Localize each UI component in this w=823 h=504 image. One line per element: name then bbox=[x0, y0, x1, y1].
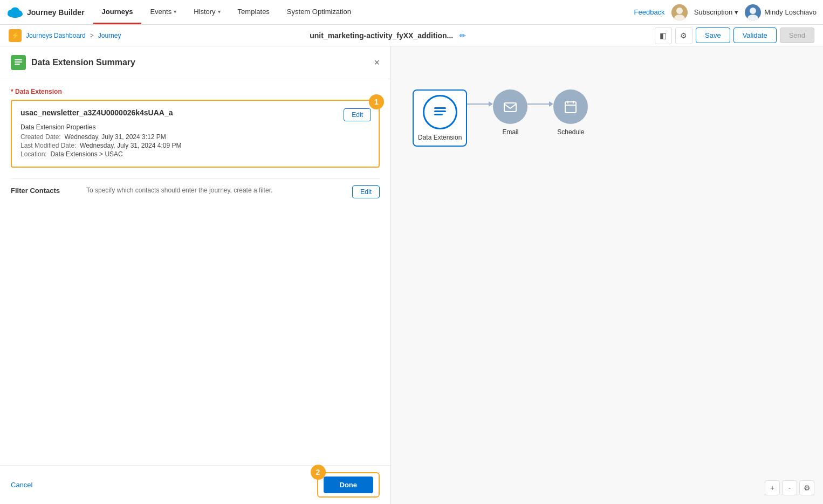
props-title: Data Extension Properties bbox=[20, 123, 370, 131]
modified-date-row: Last Modified Date: Wednesday, July 31, … bbox=[20, 142, 370, 149]
filter-contacts-section: Filter Contacts To specify which contact… bbox=[11, 178, 380, 205]
nav-tabs: Journeys Events ▾ History ▾ Templates Sy… bbox=[93, 0, 360, 24]
zoom-in-button[interactable]: + bbox=[765, 480, 780, 495]
zoom-out-button[interactable]: - bbox=[782, 480, 797, 495]
header-actions: ◧ ⚙ Save Validate Send bbox=[655, 27, 814, 44]
panel-header: Data Extension Summary × bbox=[0, 46, 390, 79]
panel-body: Data Extension 1 usac_newsletter_a3Z4U00… bbox=[0, 79, 390, 465]
node-label-data-extension: Data Extension bbox=[418, 134, 462, 141]
nav-tab-history[interactable]: History ▾ bbox=[185, 0, 229, 24]
journey-node-schedule[interactable]: Schedule bbox=[553, 89, 588, 136]
breadcrumb-separator: > bbox=[90, 32, 94, 39]
nav-tab-events[interactable]: Events ▾ bbox=[141, 0, 185, 24]
svg-rect-15 bbox=[434, 114, 443, 115]
data-extension-node[interactable]: Data Extension bbox=[413, 89, 467, 147]
connector-line bbox=[467, 103, 489, 105]
svg-rect-10 bbox=[15, 59, 22, 60]
node-icon-email bbox=[493, 89, 527, 124]
svg-rect-12 bbox=[15, 64, 20, 65]
side-panel: Data Extension Summary × Data Extension … bbox=[0, 46, 391, 504]
edit-title-icon[interactable]: ✏ bbox=[459, 31, 466, 40]
connector-2 bbox=[527, 89, 553, 107]
svg-rect-16 bbox=[504, 103, 516, 112]
avatar bbox=[671, 4, 688, 20]
journey-node-data-extension: Data Extension bbox=[418, 95, 462, 141]
close-button[interactable]: × bbox=[374, 57, 380, 68]
svg-rect-14 bbox=[434, 111, 446, 112]
step-2-badge: 2 bbox=[311, 465, 326, 480]
breadcrumb-journey[interactable]: Journey bbox=[98, 32, 121, 39]
node-icon-data-extension bbox=[423, 95, 457, 129]
svg-rect-13 bbox=[434, 107, 446, 109]
app-title: Journey Builder bbox=[27, 8, 85, 17]
step-1-badge: 1 bbox=[369, 94, 384, 109]
nav-tab-journeys[interactable]: Journeys bbox=[93, 0, 142, 24]
nav-right: Feedback Subscription ▾ Mindy Loschiavo bbox=[634, 4, 817, 20]
svg-rect-11 bbox=[15, 61, 22, 63]
journey-icon: ⚡ bbox=[9, 29, 22, 42]
done-wrapper: 2 Done bbox=[317, 472, 380, 498]
connector-1 bbox=[467, 89, 493, 107]
breadcrumb-dashboard[interactable]: Journeys Dashboard bbox=[26, 32, 86, 39]
journey-node-email[interactable]: Email bbox=[493, 89, 527, 136]
canvas-settings-button[interactable]: ⚙ bbox=[799, 480, 814, 495]
connector-arrow bbox=[489, 101, 493, 107]
svg-rect-17 bbox=[565, 102, 576, 113]
panel-footer: Cancel 2 Done bbox=[0, 465, 390, 504]
journey-canvas: Data Extension Email bbox=[391, 46, 823, 190]
user-menu[interactable]: Mindy Loschiavo bbox=[745, 4, 817, 20]
user-avatar bbox=[745, 4, 761, 20]
connector-line-2 bbox=[527, 103, 549, 105]
filter-description: To specify which contacts should enter t… bbox=[86, 185, 341, 195]
cancel-button[interactable]: Cancel bbox=[11, 478, 32, 492]
main-layout: Data Extension Summary × Data Extension … bbox=[0, 46, 823, 504]
top-nav: Journey Builder Journeys Events ▾ Histor… bbox=[0, 0, 823, 25]
node-icon-schedule bbox=[553, 89, 588, 124]
svg-point-3 bbox=[11, 7, 19, 14]
done-section: 2 Done bbox=[317, 472, 380, 498]
app-logo[interactable]: Journey Builder bbox=[6, 6, 85, 18]
nav-tab-templates[interactable]: Templates bbox=[229, 0, 278, 24]
done-button[interactable]: Done bbox=[324, 477, 374, 493]
chevron-down-icon: ▾ bbox=[174, 9, 176, 15]
data-extension-label: Data Extension bbox=[11, 88, 380, 95]
validate-button[interactable]: Validate bbox=[733, 27, 777, 43]
sidebar-toggle-button[interactable]: ◧ bbox=[655, 27, 672, 44]
save-button[interactable]: Save bbox=[696, 27, 730, 43]
data-extension-name: usac_newsletter_a3Z4U0000026k4sUAA_a bbox=[20, 108, 370, 117]
chevron-down-icon: ▾ bbox=[218, 9, 221, 15]
data-extension-box: 1 usac_newsletter_a3Z4U0000026k4sUAA_a E… bbox=[11, 100, 380, 168]
chevron-down-icon: ▾ bbox=[735, 8, 738, 16]
node-label-schedule: Schedule bbox=[557, 128, 584, 136]
svg-point-5 bbox=[676, 8, 683, 14]
filter-edit-button[interactable]: Edit bbox=[352, 185, 380, 198]
location-row: Location: Data Extensions > USAC bbox=[20, 150, 370, 158]
data-extension-edit-button[interactable]: Edit bbox=[344, 108, 371, 121]
filter-label: Filter Contacts bbox=[11, 185, 76, 195]
canvas-controls: + - ⚙ bbox=[765, 480, 814, 495]
feedback-link[interactable]: Feedback bbox=[634, 8, 665, 16]
panel-icon bbox=[11, 55, 26, 70]
subscription-dropdown[interactable]: Subscription ▾ bbox=[694, 8, 739, 16]
send-button: Send bbox=[780, 27, 814, 43]
breadcrumb-bar: ⚡ Journeys Dashboard > Journey unit_mark… bbox=[0, 25, 823, 46]
created-date-row: Created Date: Wednesday, July 31, 2024 3… bbox=[20, 133, 370, 141]
nav-tab-system-optimization[interactable]: System Optimization bbox=[278, 0, 360, 24]
canvas-area: Data Extension Email bbox=[391, 46, 823, 504]
node-label-email: Email bbox=[502, 128, 518, 136]
panel-title: Data Extension Summary bbox=[31, 58, 368, 67]
settings-button[interactable]: ⚙ bbox=[675, 27, 692, 44]
svg-point-8 bbox=[750, 8, 756, 14]
connector-arrow-2 bbox=[549, 101, 553, 107]
page-title: unit_marketing-activity_fyXX_addition... bbox=[310, 31, 453, 40]
